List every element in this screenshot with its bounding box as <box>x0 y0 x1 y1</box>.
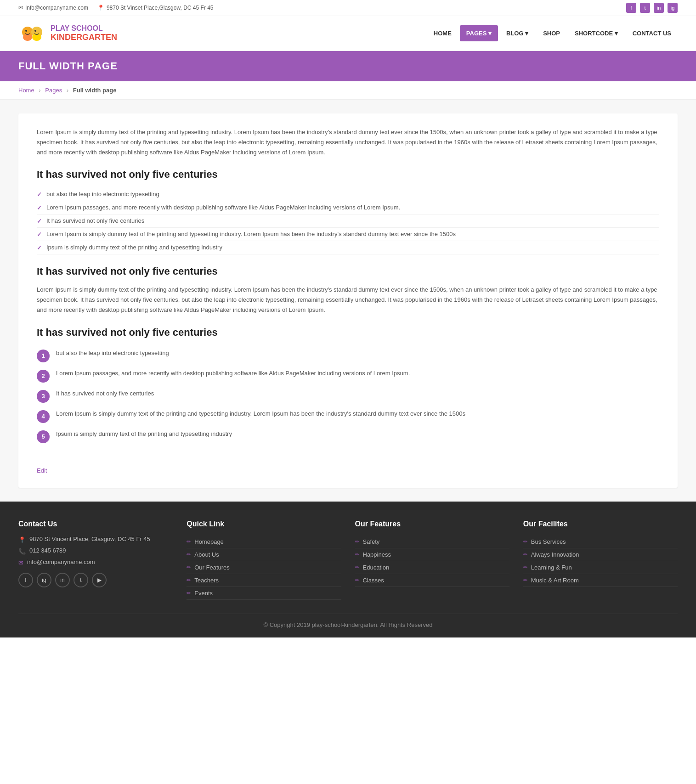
top-bar-left: ✉ Info@companyname.com 📍 9870 St Vinset … <box>18 5 214 11</box>
check-item-3: It has survived not only five centuries <box>37 214 659 228</box>
instagram-icon[interactable]: ig <box>668 3 678 13</box>
svg-point-4 <box>25 30 27 32</box>
logo-image <box>18 21 46 46</box>
num-badge-2: 2 <box>37 370 50 383</box>
check-item-4: Lorem Ipsum is simply dummy text of the … <box>37 228 659 241</box>
top-bar-social: f t in ig <box>626 3 678 13</box>
quicklink-about: About Us <box>187 548 341 561</box>
location-icon: 📍 <box>97 5 104 11</box>
footer-linkedin-icon[interactable]: in <box>55 573 70 587</box>
list-item-5: 5 Ipsum is simply dummy text of the prin… <box>37 427 659 447</box>
breadcrumb-home[interactable]: Home <box>18 87 34 94</box>
num-badge-5: 5 <box>37 430 50 443</box>
quicklink-features: Our Features <box>187 561 341 574</box>
top-bar: ✉ Info@companyname.com 📍 9870 St Vinset … <box>0 0 696 16</box>
list-item-4: 4 Lorem Ipsum is simply dummy text of th… <box>37 406 659 427</box>
list-item-2: 2 Lorem Ipsum passages, and more recentl… <box>37 366 659 386</box>
quicklink-events: Events <box>187 587 341 600</box>
section-heading-3: It has survived not only five centuries <box>37 327 659 338</box>
footer-quicklink-title: Quick Link <box>187 520 341 528</box>
svg-point-5 <box>34 30 36 32</box>
breadcrumb: Home › Pages › Full width page <box>0 81 696 100</box>
footer-contact-title: Contact Us <box>18 520 173 528</box>
mail-icon: ✉ <box>18 559 23 566</box>
map-icon: 📍 <box>18 536 26 543</box>
twitter-icon[interactable]: t <box>640 3 650 13</box>
footer-email: info@companyname.com <box>27 558 95 565</box>
section-heading-2: It has survived not only five centuries <box>37 265 659 277</box>
num-badge-3: 3 <box>37 390 50 403</box>
main-nav: HOME PAGES BLOG SHOP SHORTCODE CONTACT U… <box>427 25 678 41</box>
list-item-3: 3 It has survived not only five centurie… <box>37 386 659 406</box>
logo: PLAY SCHOOL KINDERGARTEN <box>18 21 117 46</box>
footer-twitter-icon[interactable]: t <box>74 573 88 587</box>
breadcrumb-sep2: › <box>67 87 68 94</box>
features-list: Safety Happiness Education Classes <box>355 536 509 587</box>
footer-grid: Contact Us 📍 9870 St Vincent Place, Glas… <box>18 520 678 600</box>
num-badge-1: 1 <box>37 350 50 362</box>
logo-line2: KINDERGARTEN <box>51 33 117 43</box>
address-text: 9870 St Vinset Place,Glasgow, DC 45 Fr 4… <box>107 5 214 11</box>
content-box: Lorem Ipsum is simply dummy text of the … <box>18 113 678 488</box>
logo-line1: PLAY SCHOOL <box>51 24 117 33</box>
feature-classes: Classes <box>355 574 509 587</box>
breadcrumb-pages[interactable]: Pages <box>45 87 62 94</box>
page-title: FULL WIDTH PAGE <box>18 60 678 72</box>
facilite-art: Music & Art Room <box>523 574 678 587</box>
footer-address: 9870 St Vincent Place, Glasgow, DC 45 Fr… <box>29 536 150 542</box>
list-item-1: 1 but also the leap into electronic type… <box>37 346 659 366</box>
footer-quicklink-col: Quick Link Homepage About Us Our Feature… <box>187 520 341 600</box>
footer: Contact Us 📍 9870 St Vincent Place, Glas… <box>0 502 696 637</box>
quicklink-teachers: Teachers <box>187 574 341 587</box>
breadcrumb-current: Full width page <box>73 87 117 94</box>
nav-shortcode[interactable]: SHORTCODE <box>568 25 624 41</box>
email-icon: ✉ <box>18 5 23 11</box>
quicklink-list: Homepage About Us Our Features Teachers … <box>187 536 341 600</box>
footer-email-row: ✉ info@companyname.com <box>18 558 173 566</box>
footer-phone: 012 345 6789 <box>29 547 66 554</box>
facilites-list: Bus Services Always Innovation Learning … <box>523 536 678 587</box>
nav-home[interactable]: HOME <box>427 25 458 41</box>
linkedin-icon[interactable]: in <box>654 3 664 13</box>
intro-paragraph: Lorem Ipsum is simply dummy text of the … <box>37 127 659 158</box>
facilite-bus: Bus Services <box>523 536 678 548</box>
phone-icon: 📞 <box>18 548 26 555</box>
feature-education: Education <box>355 561 509 574</box>
footer-social-links: f ig in t ▶ <box>18 573 173 587</box>
check-item-2: Lorem Ipsum passages, and more recently … <box>37 201 659 214</box>
check-item-1: but also the leap into electronic typese… <box>37 188 659 201</box>
footer-facilites-title: Our Facilites <box>523 520 678 528</box>
footer-instagram-icon[interactable]: ig <box>37 573 51 587</box>
check-list: but also the leap into electronic typese… <box>37 188 659 254</box>
footer-contact-col: Contact Us 📍 9870 St Vincent Place, Glas… <box>18 520 173 600</box>
footer-bottom: © Copyright 2019 play-school-kindergarte… <box>18 614 678 628</box>
copyright-text: © Copyright 2019 play-school-kindergarte… <box>264 621 433 628</box>
check-item-5: Ipsum is simply dummy text of the printi… <box>37 241 659 254</box>
breadcrumb-sep1: › <box>39 87 40 94</box>
nav-contact[interactable]: CONTACT US <box>626 25 678 41</box>
footer-features-title: Our Features <box>355 520 509 528</box>
page-title-bar: FULL WIDTH PAGE <box>0 51 696 81</box>
nav-shop[interactable]: SHOP <box>537 25 566 41</box>
nav-pages[interactable]: PAGES <box>460 25 498 41</box>
body-paragraph-2: Lorem Ipsum is simply dummy text of the … <box>37 285 659 315</box>
numbered-list: 1 but also the leap into electronic type… <box>37 346 659 447</box>
main-content: Lorem Ipsum is simply dummy text of the … <box>0 100 696 502</box>
footer-phone-row: 📞 012 345 6789 <box>18 547 173 555</box>
footer-address-row: 📍 9870 St Vincent Place, Glasgow, DC 45 … <box>18 536 173 543</box>
footer-youtube-icon[interactable]: ▶ <box>92 573 107 587</box>
feature-happiness: Happiness <box>355 548 509 561</box>
facebook-icon[interactable]: f <box>626 3 636 13</box>
feature-safety: Safety <box>355 536 509 548</box>
address-info: 📍 9870 St Vinset Place,Glasgow, DC 45 Fr… <box>97 5 214 11</box>
logo-text: PLAY SCHOOL KINDERGARTEN <box>51 24 117 43</box>
footer-facebook-icon[interactable]: f <box>18 573 33 587</box>
facilite-learning: Learning & Fun <box>523 561 678 574</box>
quicklink-homepage: Homepage <box>187 536 341 548</box>
edit-link[interactable]: Edit <box>37 467 47 474</box>
nav-blog[interactable]: BLOG <box>500 25 535 41</box>
email-info: ✉ Info@companyname.com <box>18 5 88 11</box>
footer-features-col: Our Features Safety Happiness Education … <box>355 520 509 600</box>
header: PLAY SCHOOL KINDERGARTEN HOME PAGES BLOG… <box>0 16 696 51</box>
facilite-innovation: Always Innovation <box>523 548 678 561</box>
